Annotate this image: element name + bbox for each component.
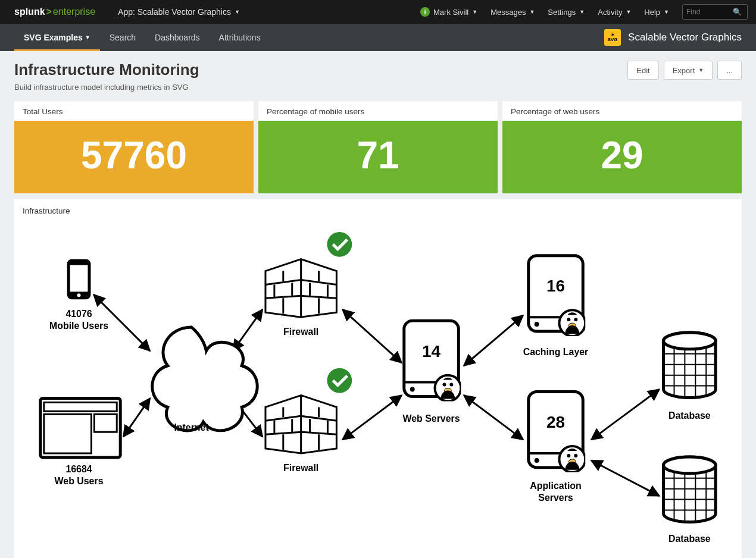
node-mobile-users: 41076 Mobile Users bbox=[49, 259, 108, 331]
global-search[interactable]: 🔍 bbox=[682, 4, 748, 20]
node-firewall-1: Firewall bbox=[265, 232, 352, 337]
svg-point-12 bbox=[77, 293, 81, 297]
tab-dashboards[interactable]: Dashboards bbox=[145, 24, 210, 51]
firewall-label: Firewall bbox=[283, 327, 318, 337]
chevron-down-icon: ▼ bbox=[579, 9, 585, 15]
export-label: Export bbox=[673, 66, 695, 75]
infra-heading: Infrastructure bbox=[23, 206, 733, 215]
node-internet: Internet bbox=[152, 327, 258, 432]
svg-line-1 bbox=[123, 398, 150, 437]
firewall-label: Firewall bbox=[283, 463, 318, 473]
metric-row: Total Users 57760 Percentage of mobile u… bbox=[14, 101, 742, 193]
tile-value: 57760 bbox=[14, 121, 254, 193]
edit-label: Edit bbox=[636, 66, 649, 75]
info-icon: i bbox=[420, 7, 430, 17]
chevron-down-icon: ▼ bbox=[626, 9, 631, 15]
tab-attributions[interactable]: Attributions bbox=[210, 24, 270, 51]
tab-label: Search bbox=[110, 33, 136, 42]
svg-rect-14 bbox=[44, 402, 117, 411]
brand-left: splunk bbox=[14, 7, 45, 17]
node-database-1: Database bbox=[664, 333, 716, 421]
tile-label: Percentage of web users bbox=[502, 101, 742, 121]
tab-svg-examples[interactable]: SVG Examples ▼ bbox=[14, 24, 100, 51]
chevron-down-icon: ▼ bbox=[85, 35, 90, 40]
chevron-down-icon: ▼ bbox=[664, 9, 669, 15]
tile-value: 29 bbox=[502, 121, 742, 193]
node-web-users: 16684 Web Users bbox=[40, 398, 120, 485]
svg-rect-13 bbox=[40, 398, 120, 457]
webservers-label: Web Servers bbox=[403, 413, 460, 424]
tile-label: Total Users bbox=[14, 101, 254, 121]
appservers-label1: Application bbox=[530, 481, 582, 491]
more-button[interactable]: ... bbox=[717, 61, 742, 80]
activity-menu[interactable]: Activity ▼ bbox=[598, 8, 631, 17]
svg-line-5 bbox=[342, 395, 401, 440]
web-count: 16684 bbox=[65, 464, 92, 474]
svg-logo-icon: ✶SVG bbox=[604, 29, 621, 46]
search-icon: 🔍 bbox=[733, 8, 742, 16]
page-actions: Edit Export ▼ ... bbox=[627, 61, 742, 80]
caching-label: Caching Layer bbox=[523, 347, 589, 357]
database-label: Database bbox=[668, 410, 711, 421]
status-ok-icon bbox=[327, 232, 352, 257]
svg-rect-11 bbox=[70, 265, 88, 292]
app-title-text: Scalable Vector Graphics bbox=[628, 32, 742, 43]
tile-total-users: Total Users 57760 bbox=[14, 101, 254, 193]
tab-search[interactable]: Search bbox=[100, 24, 145, 51]
appservers-count: 28 bbox=[546, 413, 565, 431]
infra-panel: Infrastructure 4 bbox=[14, 199, 742, 558]
node-firewall-2: Firewall bbox=[265, 368, 352, 473]
chevron-down-icon: ▼ bbox=[698, 67, 704, 73]
svg-rect-16 bbox=[94, 414, 117, 432]
tile-mobile-pct: Percentage of mobile users 71 bbox=[258, 101, 498, 193]
messages-label: Messages bbox=[491, 8, 526, 17]
svg-line-8 bbox=[591, 390, 659, 440]
svg-line-9 bbox=[591, 460, 659, 496]
caching-count: 16 bbox=[546, 277, 565, 295]
page-header: Infrastructure Monitoring Build infrastr… bbox=[0, 51, 756, 92]
settings-menu[interactable]: Settings ▼ bbox=[548, 8, 585, 17]
mobile-label: Mobile Users bbox=[49, 321, 108, 331]
svg-line-4 bbox=[342, 309, 401, 363]
svg-line-6 bbox=[464, 315, 523, 366]
tab-label: Dashboards bbox=[155, 33, 200, 42]
settings-label: Settings bbox=[548, 8, 576, 17]
brand-right: enterprise bbox=[53, 7, 95, 17]
chevron-down-icon: ▼ bbox=[529, 9, 535, 15]
global-nav-right: i Mark Sivill ▼ Messages ▼ Settings ▼ Ac… bbox=[420, 4, 748, 20]
global-nav: splunk > enterprise App: Scalable Vector… bbox=[0, 0, 756, 24]
svg-rect-15 bbox=[44, 414, 92, 453]
page-title: Infrastructure Monitoring bbox=[14, 61, 199, 79]
brand-gt: > bbox=[46, 7, 52, 17]
page-subtitle: Build infrastructure model including met… bbox=[14, 83, 199, 92]
app-switcher[interactable]: App: Scalable Vector Graphics ▼ bbox=[118, 7, 240, 17]
tab-label: SVG Examples bbox=[24, 33, 83, 42]
tile-web-pct: Percentage of web users 29 bbox=[502, 101, 742, 193]
internet-label: Internet bbox=[174, 422, 209, 432]
app-nav: SVG Examples ▼ Search Dashboards Attribu… bbox=[0, 24, 756, 51]
tile-label: Percentage of mobile users bbox=[258, 101, 498, 121]
node-database-2: Database bbox=[664, 457, 716, 544]
brand-logo[interactable]: splunk > enterprise bbox=[14, 7, 95, 17]
activity-label: Activity bbox=[598, 8, 622, 17]
status-ok-icon bbox=[327, 368, 352, 393]
more-label: ... bbox=[726, 66, 733, 75]
appservers-label2: Servers bbox=[538, 493, 573, 503]
edit-button[interactable]: Edit bbox=[627, 61, 658, 80]
app-title: ✶SVG Scalable Vector Graphics bbox=[604, 29, 742, 46]
infra-diagram: 41076 Mobile Users 16684 Web Users Inter… bbox=[23, 218, 733, 549]
help-label: Help bbox=[644, 8, 660, 17]
export-button[interactable]: Export ▼ bbox=[664, 61, 713, 80]
tile-value: 71 bbox=[258, 121, 498, 193]
svg-line-2 bbox=[233, 309, 263, 351]
node-web-servers: 14 Web Servers bbox=[403, 321, 461, 424]
user-menu[interactable]: i Mark Sivill ▼ bbox=[420, 7, 477, 17]
help-menu[interactable]: Help ▼ bbox=[644, 8, 669, 17]
find-input[interactable] bbox=[686, 8, 733, 16]
webservers-count: 14 bbox=[422, 342, 441, 360]
messages-menu[interactable]: Messages ▼ bbox=[491, 8, 535, 17]
mobile-count: 41076 bbox=[65, 309, 92, 319]
tab-label: Attributions bbox=[219, 33, 261, 42]
user-name: Mark Sivill bbox=[433, 8, 468, 17]
node-caching-layer: 16 Caching Layer bbox=[523, 256, 589, 357]
